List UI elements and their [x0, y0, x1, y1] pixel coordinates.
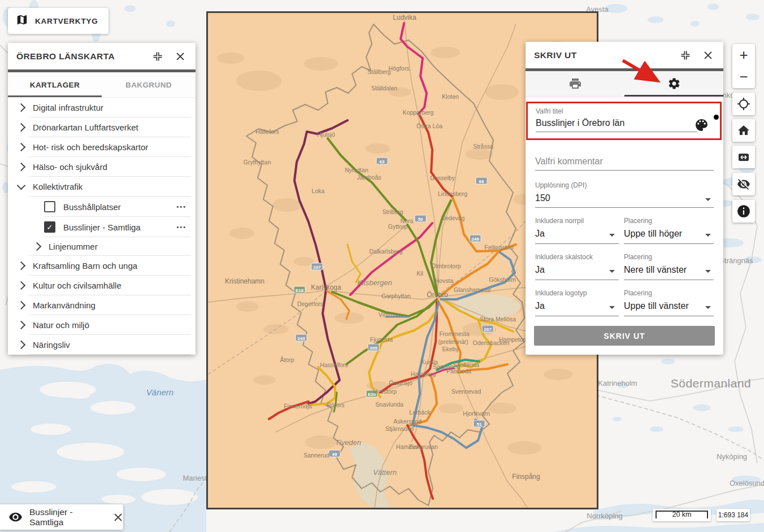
settings-icon[interactable] [624, 71, 723, 96]
scale-bar: 20 km [653, 509, 711, 521]
layer-row-2[interactable]: Hot- risk och beredskapskartor [8, 137, 196, 157]
layer-row-6[interactable]: ✓Busslinjer - Samtliga••• [8, 217, 196, 237]
more-options-icon[interactable]: ••• [176, 203, 186, 210]
chevron-down-icon[interactable] [705, 270, 711, 273]
active-tab-indicator [624, 95, 723, 97]
close-icon[interactable] [701, 49, 715, 62]
active-tab-indicator [8, 95, 102, 97]
close-icon[interactable] [173, 50, 187, 63]
svg-text:Röfors: Röfors [327, 402, 345, 408]
svg-text:50: 50 [418, 217, 423, 222]
chevron-right-icon[interactable] [17, 281, 26, 290]
layer-label: Busslinjer - Samtliga [63, 223, 141, 232]
layer-row-0[interactable]: Digital infrastruktur [8, 98, 196, 117]
chevron-down-icon[interactable] [609, 306, 615, 309]
svg-text:Strängnäs: Strängnäs [719, 256, 753, 265]
svg-text:Lindesberg: Lindesberg [438, 190, 467, 197]
scale-bar-label: 20 km [653, 511, 711, 518]
layers-tabs: KARTLAGER BAKGRUND [8, 72, 196, 98]
placering-label: Placering [624, 253, 652, 261]
layer-list: Digital infrastrukturDrönarkartan Luftfa… [8, 98, 196, 355]
close-icon[interactable] [113, 512, 123, 522]
chevron-down-icon[interactable] [705, 234, 711, 237]
chevron-right-icon[interactable] [17, 301, 26, 310]
collapse-icon[interactable] [679, 49, 692, 62]
layer-row-7[interactable]: Linjenummer [8, 237, 196, 256]
print-mode-tabs [526, 71, 723, 97]
info-button[interactable] [732, 200, 755, 223]
chevron-down-icon[interactable] [705, 198, 711, 201]
geolocate-button[interactable] [732, 93, 755, 115]
placering-select[interactable]: Uppe till vänster [624, 301, 689, 311]
layer-row-8[interactable]: Kraftsamling Barn och unga [8, 256, 196, 276]
layer-label: Markanvändning [33, 300, 96, 310]
layer-row-5[interactable]: Busshållplatser••• [8, 197, 196, 217]
chevron-right-icon[interactable] [17, 341, 26, 350]
hide-layers-button[interactable] [732, 173, 755, 195]
comment-field-input[interactable]: Valfri kommentar [535, 156, 603, 167]
layer-row-12[interactable]: Näringsliv [8, 335, 196, 355]
svg-text:Lerbäck: Lerbäck [409, 409, 431, 416]
layer-row-10[interactable]: Markanvändning [8, 295, 196, 315]
option-select[interactable]: Ja [535, 265, 545, 275]
chevron-right-icon[interactable] [17, 321, 26, 330]
chevron-right-icon[interactable] [33, 242, 42, 251]
chevron-right-icon[interactable] [17, 261, 26, 271]
active-layer-chip[interactable]: Busslinjer - Samtliga [0, 504, 123, 530]
chevron-down-icon[interactable] [609, 270, 615, 273]
svg-text:Ställdalen: Ställdalen [371, 85, 397, 91]
print-panel-title: SKRIV UT [534, 50, 670, 60]
svg-text:Stråssa: Stråssa [473, 143, 493, 150]
zoom-out-button[interactable]: − [732, 66, 755, 88]
title-field-input[interactable]: Busslinjer i Örebro län [536, 118, 624, 128]
svg-text:207: 207 [484, 327, 492, 332]
printer-icon[interactable] [526, 71, 624, 96]
svg-text:Göksholm: Göksholm [489, 276, 516, 283]
layer-row-4[interactable]: Kollektivtrafik [8, 177, 196, 197]
svg-text:Pålsboda: Pålsboda [446, 368, 471, 374]
print-panel: SKRIV UT Valfri titel Busslinjer i Örebr… [526, 42, 723, 355]
svg-text:Degerfors: Degerfors [297, 300, 323, 307]
print-submit-button[interactable]: SKRIV UT [534, 326, 715, 346]
layer-row-3[interactable]: Hälso- och sjukvård [8, 157, 196, 177]
svg-text:Södermanland: Södermanland [671, 377, 752, 390]
chevron-right-icon[interactable] [17, 123, 26, 132]
svg-text:Glanshammar: Glanshammar [454, 286, 491, 293]
layer-label: Natur och miljö [33, 320, 89, 330]
option-label: Inkludera skalstock [535, 253, 593, 261]
svg-text:Askersund: Askersund [393, 418, 422, 425]
zoom-in-button[interactable]: + [732, 44, 755, 66]
palette-icon[interactable] [694, 118, 709, 134]
layer-row-9[interactable]: Kultur och civilsamhälle [8, 276, 196, 295]
tab-bakgrund[interactable]: BAKGRUND [102, 72, 196, 97]
option-select[interactable]: Ja [535, 301, 545, 311]
svg-text:Vättern: Vättern [373, 468, 397, 477]
option-select[interactable]: Ja [535, 229, 545, 239]
chevron-down-icon[interactable] [705, 306, 711, 309]
chevron-right-icon[interactable] [17, 143, 26, 152]
svg-text:Nyhyttan: Nyhyttan [345, 167, 368, 173]
layer-row-1[interactable]: Drönarkartan Luftfartsverket [8, 117, 196, 137]
chevron-down-icon[interactable] [17, 181, 26, 190]
collapse-icon[interactable] [151, 50, 164, 63]
layer-row-11[interactable]: Natur och miljö [8, 315, 196, 335]
svg-text:Fellingsbro: Fellingsbro [484, 244, 514, 251]
map-tools-button[interactable]: KARTVERKTYG [8, 8, 108, 34]
layer-checkbox[interactable]: ✓ [44, 221, 55, 233]
previous-extent-button[interactable] [732, 146, 755, 168]
placering-select[interactable]: Uppe till höger [624, 229, 682, 239]
placering-select[interactable]: Nere till vänster [624, 265, 687, 275]
scale-ratio: 1:693 184 [717, 509, 750, 521]
home-button[interactable] [732, 119, 755, 142]
eye-icon[interactable] [8, 510, 23, 524]
layer-label: Digital infrastruktur [33, 103, 103, 112]
tab-kartlager[interactable]: KARTLAGER [8, 72, 102, 97]
chevron-right-icon[interactable] [17, 163, 26, 172]
chevron-right-icon[interactable] [17, 103, 26, 112]
more-options-icon[interactable]: ••• [176, 224, 186, 230]
chevron-down-icon[interactable] [609, 234, 615, 237]
svg-text:Vretstorp: Vretstorp [373, 388, 397, 395]
svg-text:Nyköping: Nyköping [717, 452, 747, 461]
dpi-select[interactable]: 150 [535, 193, 550, 203]
layer-checkbox[interactable] [44, 201, 55, 212]
